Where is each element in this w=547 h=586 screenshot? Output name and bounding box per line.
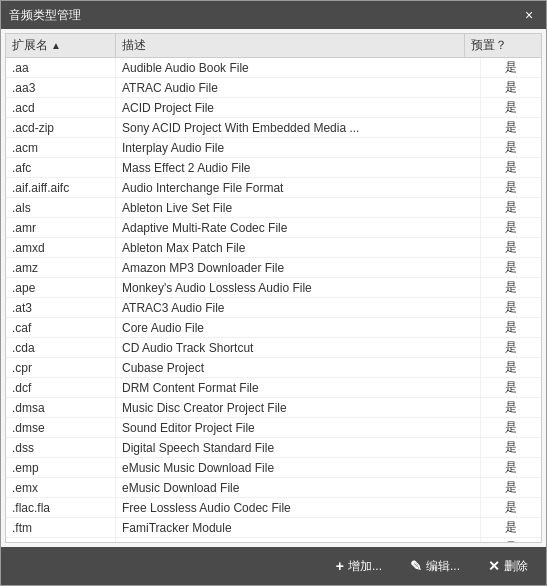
table-row[interactable]: .at3ATRAC3 Audio File是 [6,298,541,318]
cell-desc: DRM Content Format File [116,378,481,397]
sort-icon: ▲ [51,40,61,51]
table-row[interactable]: .acdACID Project File是 [6,98,541,118]
close-button[interactable]: × [520,6,538,24]
cell-ext: .aif.aiff.aifc [6,178,116,197]
table-row[interactable]: .dmseSound Editor Project File是 [6,418,541,438]
cell-desc: Sound Editor Project File [116,418,481,437]
add-icon: + [336,558,344,574]
cell-preset: 是 [481,138,541,157]
delete-icon: ✕ [488,558,500,574]
cell-preset: 是 [481,398,541,417]
delete-button[interactable]: ✕ 删除 [482,555,534,578]
cell-ext: .afc [6,158,116,177]
cell-preset: 是 [481,218,541,237]
cell-desc: Free Lossless Audio Codec File [116,498,481,517]
table-header: 扩展名 ▲ 描述 预置？ [6,34,541,58]
table-row[interactable]: .acd-zipSony ACID Project With Embedded … [6,118,541,138]
footer-toolbar: + 增加... ✎ 编辑... ✕ 删除 [1,547,546,585]
cell-ext: .amxd [6,238,116,257]
cell-preset: 是 [481,518,541,537]
cell-preset: 是 [481,78,541,97]
cell-ext: .dmsa [6,398,116,417]
cell-desc: Sony ACID Project With Embedded Media ..… [116,118,481,137]
cell-preset: 是 [481,438,541,457]
cell-preset: 是 [481,318,541,337]
cell-desc: Ableton Max Patch File [116,238,481,257]
cell-preset: 是 [481,278,541,297]
table-container: 扩展名 ▲ 描述 预置？ .aaAudible Audio Book File是… [5,33,542,543]
cell-preset: 是 [481,538,541,542]
cell-preset: 是 [481,378,541,397]
cell-preset: 是 [481,418,541,437]
table-row[interactable]: .cdaCD Audio Track Shortcut是 [6,338,541,358]
table-row[interactable]: .aa3ATRAC Audio File是 [6,78,541,98]
cell-ext: .flac.fla [6,498,116,517]
header-ext[interactable]: 扩展名 ▲ [6,34,116,57]
window-title: 音频类型管理 [9,7,81,24]
cell-desc: CD Audio Track Shortcut [116,338,481,357]
cell-desc: FamiTracker Module [116,518,481,537]
cell-ext: .amz [6,258,116,277]
table-row[interactable]: .ftmFamiTracker Module是 [6,518,541,538]
cell-ext: .aa3 [6,78,116,97]
edit-button[interactable]: ✎ 编辑... [404,555,466,578]
cell-desc: Mass Effect 2 Audio File [116,158,481,177]
cell-preset: 是 [481,298,541,317]
table-row[interactable]: .dmsaMusic Disc Creator Project File是 [6,398,541,418]
table-row[interactable]: .apeMonkey's Audio Lossless Audio File是 [6,278,541,298]
table-row[interactable]: .dcfDRM Content Format File是 [6,378,541,398]
table-row[interactable]: .dssDigital Speech Standard File是 [6,438,541,458]
cell-preset: 是 [481,118,541,137]
cell-ext: .emp [6,458,116,477]
add-label: 增加... [348,558,382,575]
cell-desc: Audio Interchange File Format [116,178,481,197]
table-row[interactable]: .aif.aiff.aifcAudio Interchange File For… [6,178,541,198]
table-row[interactable]: .alsAbleton Live Set File是 [6,198,541,218]
cell-preset: 是 [481,158,541,177]
cell-ext: .gpx [6,538,116,542]
cell-desc: ACID Project File [116,98,481,117]
cell-preset: 是 [481,478,541,497]
table-row[interactable]: .acmInterplay Audio File是 [6,138,541,158]
add-button[interactable]: + 增加... [330,555,388,578]
table-row[interactable]: .aaAudible Audio Book File是 [6,58,541,78]
cell-preset: 是 [481,458,541,477]
cell-preset: 是 [481,178,541,197]
cell-desc: Amazon MP3 Downloader File [116,258,481,277]
cell-ext: .acd-zip [6,118,116,137]
delete-label: 删除 [504,558,528,575]
cell-desc: Cubase Project [116,358,481,377]
table-body: .aaAudible Audio Book File是.aa3ATRAC Aud… [6,58,541,542]
table-row[interactable]: .amrAdaptive Multi-Rate Codec File是 [6,218,541,238]
table-row[interactable]: .gpxGuitar Pro 6 Document是 [6,538,541,542]
cell-preset: 是 [481,338,541,357]
table-row[interactable]: .amzAmazon MP3 Downloader File是 [6,258,541,278]
cell-desc: Monkey's Audio Lossless Audio File [116,278,481,297]
title-bar: 音频类型管理 × [1,1,546,29]
header-desc[interactable]: 描述 [116,34,465,57]
table-row[interactable]: .emxeMusic Download File是 [6,478,541,498]
cell-ext: .caf [6,318,116,337]
table-row[interactable]: .cprCubase Project是 [6,358,541,378]
header-preset[interactable]: 预置？ [465,34,525,57]
cell-ext: .amr [6,218,116,237]
edit-icon: ✎ [410,558,422,574]
cell-ext: .emx [6,478,116,497]
cell-ext: .ftm [6,518,116,537]
cell-ext: .cpr [6,358,116,377]
table-row[interactable]: .amxdAbleton Max Patch File是 [6,238,541,258]
cell-desc: eMusic Music Download File [116,458,481,477]
table-row[interactable]: .flac.flaFree Lossless Audio Codec File是 [6,498,541,518]
cell-desc: Ableton Live Set File [116,198,481,217]
cell-preset: 是 [481,98,541,117]
table-row[interactable]: .empeMusic Music Download File是 [6,458,541,478]
cell-preset: 是 [481,238,541,257]
table-row[interactable]: .afcMass Effect 2 Audio File是 [6,158,541,178]
cell-ext: .acm [6,138,116,157]
main-window: 音频类型管理 × 扩展名 ▲ 描述 预置？ .aaAudible Audio B… [0,0,547,586]
table-row[interactable]: .cafCore Audio File是 [6,318,541,338]
cell-desc: Digital Speech Standard File [116,438,481,457]
cell-ext: .als [6,198,116,217]
cell-preset: 是 [481,358,541,377]
cell-desc: Music Disc Creator Project File [116,398,481,417]
